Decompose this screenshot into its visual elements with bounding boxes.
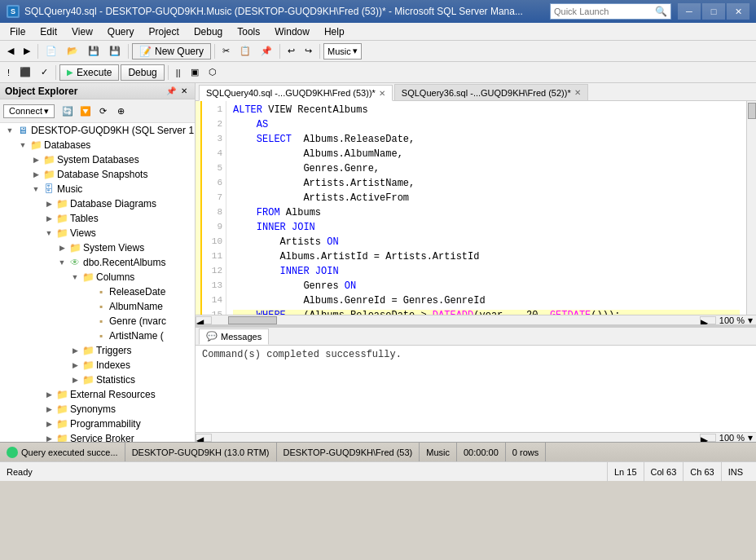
query-icon-1[interactable]: ! [3,64,14,82]
results-tab[interactable]: 💬Messages [199,329,269,345]
collapse-icon[interactable]: ▼ [29,183,42,196]
code-content[interactable]: ALTER VIEW RecentAlbums AS SELECT Albums… [226,101,746,315]
menu-item-tools[interactable]: Tools [231,23,266,40]
tree-item-programmability[interactable]: ▶📁Programmability [0,417,195,431]
execute-button[interactable]: ▶ Execute [59,64,119,81]
toolbar-icon-1[interactable]: 📄 [42,42,61,60]
expand-icon[interactable]: ▶ [68,344,81,357]
pin-button[interactable]: 📌 [165,86,177,97]
connect-button[interactable]: Connect ▾ [3,104,55,118]
expand-icon[interactable]: ▶ [42,197,55,210]
menu-item-query[interactable]: Query [101,23,141,40]
code-editor[interactable]: 123456789101112131415 ALTER VIEW RecentA… [196,101,756,315]
menu-item-help[interactable]: Help [318,23,351,40]
tree-item-system-dbs[interactable]: ▶📁System Databases [0,152,195,167]
scroll-left-btn[interactable]: ◀ [196,316,212,324]
tree-item-db-snapshots[interactable]: ▶📁Database Snapshots [0,167,195,182]
oe-sync-button[interactable]: ⟳ [95,103,112,119]
close-button[interactable]: ✕ [727,3,749,20]
tab-close-icon[interactable]: ✕ [574,88,581,97]
expand-icon[interactable]: ▶ [42,388,55,401]
undo-button[interactable]: ↩ [284,42,299,60]
expand-icon[interactable] [81,300,94,313]
expand-icon[interactable]: ▶ [42,417,55,430]
tab-tab2[interactable]: SQLQuery36.sql -...GUQD9KH\Fred (52))*✕ [394,84,588,100]
collapse-icon[interactable]: ▼ [3,124,16,137]
tree-item-synonyms[interactable]: ▶📁Synonyms [0,402,195,417]
toolbar-icon-3[interactable]: 💾 [84,42,103,60]
tree-item-music-db[interactable]: ▼🗄Music [0,182,195,196]
expand-icon[interactable]: ▶ [42,432,55,442]
cut-button[interactable]: ✂ [218,42,234,60]
menu-item-edit[interactable]: Edit [33,23,64,40]
quick-launch-input[interactable] [554,7,652,16]
tree-item-col-albumname[interactable]: ▪AlbumName [0,299,195,314]
collapse-icon[interactable]: ▼ [55,256,68,269]
expand-icon[interactable]: ▶ [29,168,42,181]
query-btn-5[interactable]: ⬡ [204,64,221,82]
scroll-right-btn[interactable]: ▶ [700,316,716,324]
menu-item-file[interactable]: File [3,23,32,40]
forward-button[interactable]: ▶ [20,42,34,60]
copy-button[interactable]: 📋 [235,42,255,60]
tree-item-col-genre[interactable]: ▪Genre (nvarc [0,314,195,329]
redo-button[interactable]: ↪ [301,42,316,60]
expand-icon[interactable] [81,329,94,342]
oe-filter-button[interactable]: 🔽 [77,103,94,119]
tree-item-tables[interactable]: ▶📁Tables [0,211,195,226]
expand-icon[interactable]: ▶ [68,359,81,372]
editor-scrollbar-h[interactable]: ◀ ▶ 100 % ▾ [196,315,756,324]
expand-icon[interactable]: ▶ [29,153,42,166]
expand-icon[interactable] [81,285,94,298]
panel-close-button[interactable]: ✕ [178,86,190,97]
tree-item-external-resources[interactable]: ▶📁External Resources [0,387,195,402]
tab-close-icon[interactable]: ✕ [379,89,385,98]
expand-icon[interactable]: ▶ [68,373,81,386]
oe-new-button[interactable]: ⊕ [113,103,130,119]
paste-button[interactable]: 📌 [257,42,276,60]
collapse-icon[interactable]: ▼ [68,271,81,284]
menu-item-view[interactable]: View [65,23,99,40]
expand-icon[interactable]: ▶ [42,212,55,225]
expand-icon[interactable]: ▶ [42,403,55,416]
menu-item-project[interactable]: Project [143,23,186,40]
tree-item-col-artistname[interactable]: ▪ArtistName ( [0,329,195,343]
results-scroll-right[interactable]: ▶ [700,434,716,442]
collapse-icon[interactable]: ▼ [16,139,29,152]
menu-item-debug[interactable]: Debug [187,23,229,40]
menu-item-window[interactable]: Window [268,23,316,40]
tree-item-db-diagrams[interactable]: ▶📁Database Diagrams [0,196,195,211]
tree-item-indexes[interactable]: ▶📁Indexes [0,358,195,373]
results-scrollbar[interactable]: ◀ ▶ 100 % ▾ [196,432,756,442]
collapse-icon[interactable]: ▼ [42,227,55,240]
maximize-button[interactable]: □ [702,3,725,20]
tree-item-col-releasedate[interactable]: ▪ReleaseDate [0,284,195,299]
expand-icon[interactable]: ▶ [55,241,68,254]
tree-item-dbo-recentalbums[interactable]: ▼👁dbo.RecentAlbums [0,255,195,270]
oe-refresh-button[interactable]: 🔄 [59,103,76,119]
toolbar-icon-4[interactable]: 💾 [105,42,125,60]
tree-item-databases[interactable]: ▼📁Databases [0,138,195,152]
debug-button[interactable]: Debug [121,64,164,81]
minimize-button[interactable]: ─ [678,3,701,20]
database-dropdown[interactable]: Music ▾ [323,43,362,60]
expand-icon[interactable] [81,315,94,328]
tab-tab1[interactable]: SQLQuery40.sql -...GUQD9KH\Fred (53))*✕ [199,85,393,101]
query-btn-4[interactable]: ▣ [187,64,203,82]
tree-item-service-broker[interactable]: ▶📁Service Broker [0,431,195,442]
tree-item-system-views[interactable]: ▶📁System Views [0,240,195,255]
tree-item-views[interactable]: ▼📁Views [0,226,195,240]
quick-launch-search[interactable]: 🔍 [550,3,671,20]
tree-item-server[interactable]: ▼🖥DESKTOP-GUQD9KH (SQL Server 1 [0,123,195,138]
editor-scrollbar[interactable] [746,101,756,315]
new-query-button[interactable]: 📝 New Query [132,43,211,60]
back-button[interactable]: ◀ [3,42,18,60]
tree-item-columns[interactable]: ▼📁Columns [0,270,195,284]
toolbar-icon-2[interactable]: 📂 [63,42,82,60]
query-btn-3[interactable]: || [172,64,185,82]
tree-item-triggers[interactable]: ▶📁Triggers [0,343,195,358]
results-scroll-left[interactable]: ◀ [196,434,212,442]
query-icon-3[interactable]: ✓ [37,64,52,82]
tree-item-statistics[interactable]: ▶📁Statistics [0,373,195,387]
query-icon-2[interactable]: ⬛ [15,64,35,82]
